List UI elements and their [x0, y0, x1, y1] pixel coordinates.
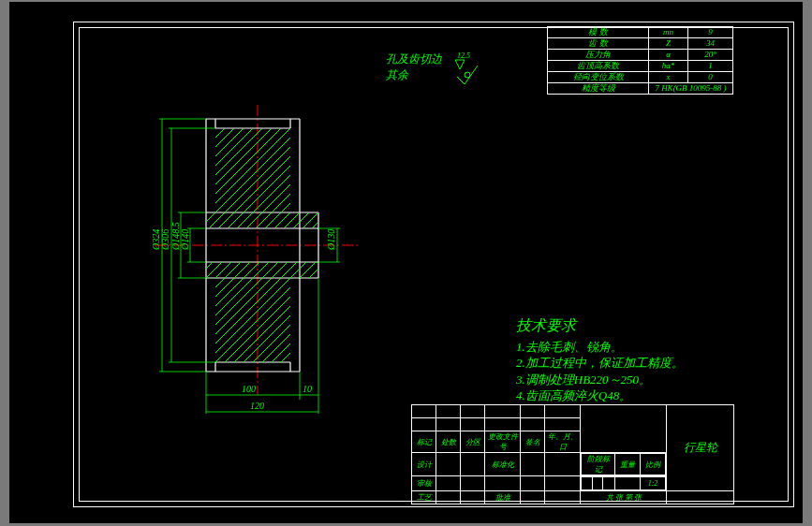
dim-hub: Ø130	[326, 229, 336, 251]
technical-requirements: 技术要求 1.去除毛刺、锐角。 2.加工过程中，保证加工精度。 3.调制处理HB…	[516, 315, 684, 404]
param-row: 径向变位系数x0	[548, 72, 733, 83]
param-precision-row: 精度等级 7 HK(GB 10095-88 )	[548, 83, 733, 95]
surf-line1: 孔及齿切边	[386, 51, 442, 67]
tech-req-item: 1.去除毛刺、锐角。	[516, 339, 684, 356]
tech-req-item: 4.齿面高频淬火Q48。	[516, 387, 684, 404]
svg-rect-20	[206, 212, 318, 228]
gear-section-drawing: Ø324 Ø306 Ø148.5 Ø140 Ø130 100 10 120	[117, 95, 389, 442]
surface-finish-note: 孔及齿切边 其余	[386, 51, 442, 83]
dim-w-total: 120	[250, 401, 264, 411]
tech-req-item: 3.调制处理HB220～250。	[516, 372, 684, 388]
gear-parameter-table: 模 数mn9 齿 数Z34 压力角α20° 齿顶高系数ha*1 径向变位系数x0…	[547, 26, 733, 95]
dim-inner: Ø140	[180, 229, 190, 251]
param-row: 齿 数Z34	[548, 38, 733, 50]
surf-value: 12.5	[457, 51, 470, 60]
tech-req-title: 技术要求	[516, 315, 684, 336]
tech-req-item: 2.加工过程中，保证加工精度。	[516, 355, 684, 372]
dim-w-step: 10	[303, 384, 312, 394]
scale-value: 1:2	[640, 477, 665, 490]
dim-mid1: Ø306	[160, 229, 170, 251]
param-row: 齿顶高系数ha*1	[548, 61, 733, 72]
title-block: 行星轮 标记 处数 分区 更改文件号 签名 年、月、日 设计 标准化 阶段标记 …	[411, 404, 734, 504]
param-row: 压力角α20°	[548, 50, 733, 61]
part-name: 行星轮	[667, 405, 734, 491]
tb-process-row: 工艺 批准 共 张 第 张	[412, 491, 734, 504]
svg-rect-21	[206, 262, 318, 278]
svg-point-0	[465, 72, 470, 78]
surf-line2: 其余	[386, 67, 442, 83]
svg-rect-19	[215, 278, 290, 362]
dim-w-main: 100	[242, 384, 256, 394]
cad-viewport[interactable]: 孔及齿切边 其余 12.5 模 数mn9 齿 数Z34 压力角α20° 齿顶高系…	[9, 2, 803, 523]
surface-symbol-icon: 12.5	[455, 49, 502, 86]
tb-empty-row: 行星轮	[412, 405, 734, 418]
param-row: 模 数mn9	[548, 27, 733, 38]
svg-rect-18	[215, 128, 290, 212]
